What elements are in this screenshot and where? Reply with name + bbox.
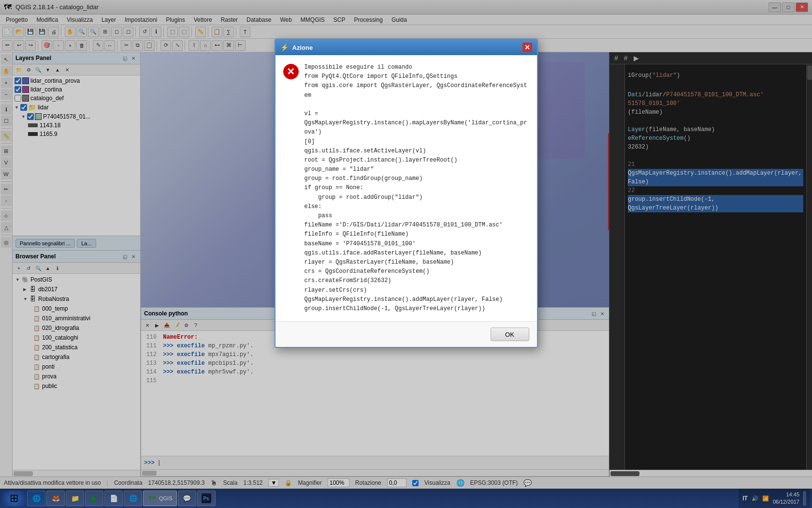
modal-overlay: ⚡ Azione ✕ ✕ Impossibile eseguire il com…: [0, 0, 812, 508]
error-dialog: ⚡ Azione ✕ ✕ Impossibile eseguire il com…: [275, 39, 538, 348]
dialog-ok-btn[interactable]: OK: [491, 328, 529, 341]
dialog-icon: ⚡: [280, 44, 289, 51]
dialog-titlebar: ⚡ Azione ✕: [276, 40, 537, 55]
dialog-body: ✕ Impossibile eseguire il comando from P…: [276, 55, 537, 321]
dialog-title: Azione: [292, 44, 313, 51]
dialog-close-btn[interactable]: ✕: [522, 43, 532, 52]
dialog-content: Impossibile eseguire il comando from PyQ…: [304, 63, 529, 314]
dialog-error-icon: ✕: [283, 64, 299, 79]
dialog-footer: OK: [276, 321, 537, 347]
